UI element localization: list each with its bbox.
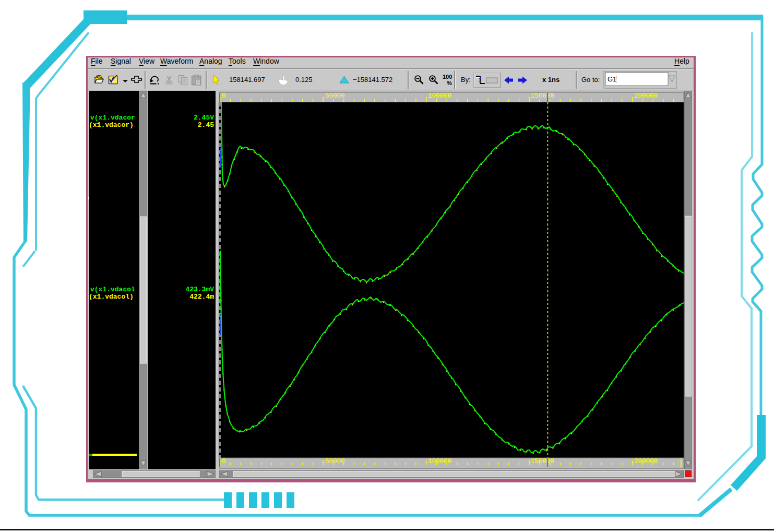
svg-text:158141.697: 158141.697 bbox=[229, 76, 265, 84]
svg-text:100000: 100000 bbox=[428, 458, 451, 465]
svg-text:By:: By: bbox=[461, 76, 471, 84]
svg-text:−158141.572: −158141.572 bbox=[353, 76, 392, 84]
svg-text:50000: 50000 bbox=[325, 458, 345, 465]
svg-text:G1: G1 bbox=[608, 75, 616, 83]
svg-text:Go to:: Go to: bbox=[581, 76, 600, 84]
svg-text:x 1ns: x 1ns bbox=[542, 76, 559, 84]
svg-text:200000: 200000 bbox=[634, 458, 658, 465]
svg-text:0: 0 bbox=[222, 92, 226, 100]
svg-text:50000: 50000 bbox=[325, 92, 345, 100]
svg-text:0.125: 0.125 bbox=[295, 76, 313, 84]
svg-text:%: % bbox=[447, 80, 452, 86]
svg-text:200000: 200000 bbox=[634, 92, 658, 100]
svg-text:150000: 150000 bbox=[531, 458, 554, 465]
svg-text:0: 0 bbox=[222, 458, 226, 465]
svg-text:150000: 150000 bbox=[531, 92, 554, 100]
svg-text:100: 100 bbox=[443, 74, 452, 80]
svg-text:100000: 100000 bbox=[428, 92, 451, 100]
